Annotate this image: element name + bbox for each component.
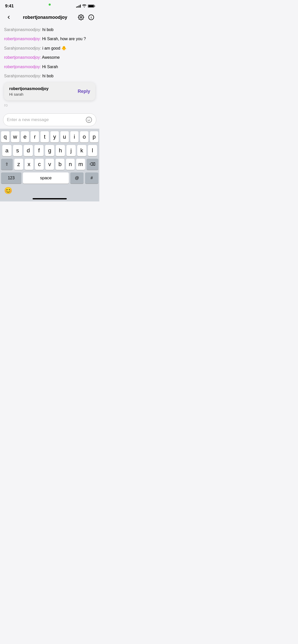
message-6: Sarahjonasmoodjoy: hi bob <box>4 73 95 79</box>
msg-text-3: i am good 🐥 <box>42 46 66 50</box>
key-e[interactable]: e <box>21 131 29 142</box>
reply-button[interactable]: Reply <box>78 88 90 95</box>
status-icons <box>76 4 94 8</box>
sender-robert-4: robertjonasmoodjoy: <box>4 55 42 60</box>
emoji-keyboard-button[interactable]: 😊 <box>4 187 12 195</box>
at-key[interactable]: @ <box>70 172 84 184</box>
message-1: Sarahjonasmoodjoy: hi bob <box>4 27 95 33</box>
key-p[interactable]: p <box>90 131 98 142</box>
hash-key[interactable]: # <box>85 172 98 184</box>
msg-text-1: hi bob <box>42 27 53 32</box>
notification-content: robertjonasmoodjoy Hi sarah <box>9 86 78 96</box>
message-input-container[interactable] <box>3 113 96 126</box>
message-3: Sarahjonasmoodjoy: i am good 🐥 <box>4 46 95 51</box>
back-button[interactable] <box>4 13 13 22</box>
key-x[interactable]: x <box>25 159 34 170</box>
key-c[interactable]: c <box>35 159 44 170</box>
keyboard-row-1: q w e r t y u i o p <box>1 131 98 142</box>
header: robertjonasmoodjoy <box>0 11 99 25</box>
key-z[interactable]: z <box>14 159 23 170</box>
message-2: robertjonasmoodjoy: Hi Sarah, how are yo… <box>4 36 95 42</box>
keyboard-row-2: a s d f g h j k l <box>1 145 98 156</box>
partial-sender: ro <box>4 103 8 107</box>
key-n[interactable]: n <box>66 159 75 170</box>
key-y[interactable]: y <box>50 131 59 142</box>
keyboard-row-3: ⇧ z x c v b n m ⌫ <box>1 159 98 170</box>
key-j[interactable]: j <box>66 145 76 156</box>
key-g[interactable]: g <box>45 145 54 156</box>
delete-key[interactable]: ⌫ <box>87 159 98 170</box>
status-time: 9:41 <box>5 4 14 9</box>
key-a[interactable]: a <box>2 145 11 156</box>
key-o[interactable]: o <box>80 131 88 142</box>
header-actions <box>77 13 95 21</box>
sender-sarah-6: Sarahjonasmoodjoy: <box>4 74 42 78</box>
shift-key[interactable]: ⇧ <box>1 159 13 170</box>
svg-point-5 <box>88 119 88 119</box>
key-k[interactable]: k <box>77 145 86 156</box>
key-v[interactable]: v <box>45 159 54 170</box>
space-key[interactable]: space <box>23 172 69 184</box>
svg-point-6 <box>89 119 90 119</box>
key-f[interactable]: f <box>34 145 44 156</box>
sender-sarah-3: Sarahjonasmoodjoy: <box>4 46 42 50</box>
msg-text-6: hi bob <box>42 74 53 78</box>
notification-popup: robertjonasmoodjoy Hi sarah Reply <box>4 82 95 100</box>
svg-point-4 <box>86 117 92 123</box>
message-5: robertjonasmoodjoy: Hi Sarah <box>4 64 95 70</box>
sender-robert-2: robertjonasmoodjoy: <box>4 37 42 41</box>
keyboard-bottom-row: 😊 <box>1 186 98 197</box>
signal-icon <box>76 5 81 8</box>
key-s[interactable]: s <box>13 145 22 156</box>
settings-button[interactable] <box>77 13 85 21</box>
chat-area: Sarahjonasmoodjoy: hi bob robertjonasmoo… <box>0 25 99 108</box>
home-indicator <box>33 198 67 199</box>
key-d[interactable]: d <box>24 145 33 156</box>
msg-text-2: Hi Sarah, how are you ? <box>42 37 86 41</box>
key-q[interactable]: q <box>1 131 9 142</box>
partial-message-below: ro <box>4 103 95 108</box>
keyboard: q w e r t y u i o p a s d f g h j k l ⇧ … <box>0 129 99 201</box>
header-title: robertjonasmoodjoy <box>13 15 77 20</box>
message-4: robertjonasmoodjoy: Awesome <box>4 55 95 60</box>
battery-icon <box>88 5 94 8</box>
emoji-input-button[interactable] <box>85 116 92 123</box>
sender-sarah-1: Sarahjonasmoodjoy: <box>4 27 42 32</box>
message-input[interactable] <box>7 117 83 122</box>
key-t[interactable]: t <box>40 131 49 142</box>
numbers-key[interactable]: 123 <box>1 172 21 184</box>
key-l[interactable]: l <box>88 145 97 156</box>
key-u[interactable]: u <box>60 131 69 142</box>
msg-text-5: Hi Sarah <box>42 65 58 69</box>
msg-text-4: Awesome <box>42 55 60 60</box>
key-m[interactable]: m <box>76 159 85 170</box>
notification-message: Hi sarah <box>9 92 78 96</box>
sender-robert-5: robertjonasmoodjoy: <box>4 65 42 69</box>
info-button[interactable] <box>87 13 95 21</box>
keyboard-row-4: 123 space @ # <box>1 172 98 184</box>
online-indicator <box>49 4 51 6</box>
key-r[interactable]: r <box>31 131 39 142</box>
key-h[interactable]: h <box>56 145 65 156</box>
key-i[interactable]: i <box>70 131 79 142</box>
notification-sender: robertjonasmoodjoy <box>9 86 78 91</box>
wifi-icon <box>82 4 86 8</box>
key-b[interactable]: b <box>56 159 64 170</box>
key-w[interactable]: w <box>11 131 19 142</box>
svg-point-0 <box>80 17 82 18</box>
